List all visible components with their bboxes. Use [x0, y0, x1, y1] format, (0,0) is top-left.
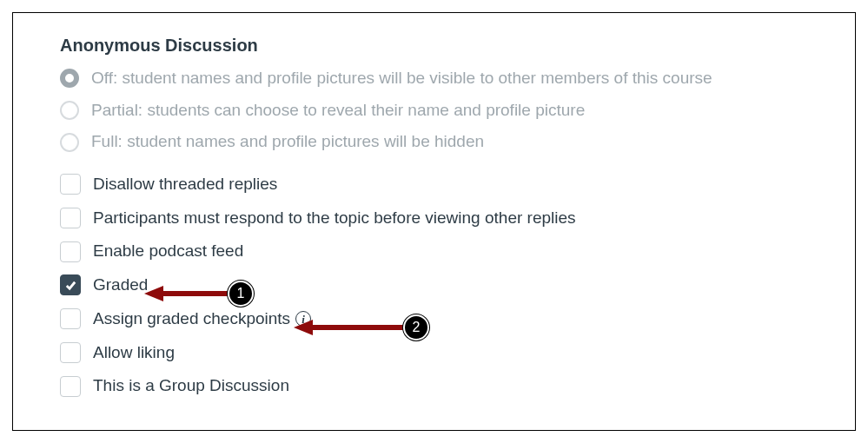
- radio-selected-icon: [60, 69, 79, 88]
- radio-unselected-icon: [60, 101, 79, 120]
- checkbox-assign-checkpoints[interactable]: Assign graded checkpoints i: [60, 308, 824, 330]
- checkbox-unchecked-icon: [60, 376, 81, 397]
- check-icon: [64, 279, 77, 292]
- checkbox-unchecked-icon: [60, 308, 81, 329]
- radio-label: Full: student names and profile pictures…: [91, 131, 484, 153]
- checkbox-label: Graded: [93, 274, 148, 296]
- screenshot-frame: { "section_title": "Anonymous Discussion…: [0, 0, 868, 443]
- checkbox-unchecked-icon: [60, 208, 81, 228]
- checkbox-label: Allow liking: [93, 342, 175, 364]
- checkbox-podcast[interactable]: Enable podcast feed: [60, 241, 824, 262]
- checkbox-disallow-threaded[interactable]: Disallow threaded replies: [60, 174, 824, 195]
- checkbox-label-text: Assign graded checkpoints: [93, 308, 290, 330]
- radio-option-partial[interactable]: Partial: students can choose to reveal t…: [60, 100, 824, 122]
- checkbox-unchecked-icon: [60, 241, 81, 262]
- checkbox-label: Enable podcast feed: [93, 241, 243, 262]
- radio-label: Partial: students can choose to reveal t…: [91, 100, 585, 122]
- checkbox-graded[interactable]: Graded: [60, 274, 824, 296]
- checkbox-unchecked-icon: [60, 342, 81, 363]
- checkbox-must-respond[interactable]: Participants must respond to the topic b…: [60, 208, 824, 229]
- radio-unselected-icon: [60, 133, 79, 152]
- checkbox-label: Disallow threaded replies: [93, 174, 277, 195]
- checkbox-label: Participants must respond to the topic b…: [93, 208, 576, 229]
- checkbox-group-discussion[interactable]: This is a Group Discussion: [60, 375, 824, 397]
- info-icon[interactable]: i: [295, 311, 311, 327]
- checkbox-unchecked-icon: [60, 174, 81, 195]
- radio-option-off[interactable]: Off: student names and profile pictures …: [60, 68, 824, 89]
- radio-label: Off: student names and profile pictures …: [91, 68, 712, 89]
- anonymous-radio-group: Off: student names and profile pictures …: [60, 68, 824, 153]
- checkbox-label: Assign graded checkpoints i: [93, 308, 311, 330]
- discussion-options-group: Disallow threaded replies Participants m…: [60, 174, 824, 397]
- checkbox-checked-icon: [60, 274, 81, 295]
- radio-option-full[interactable]: Full: student names and profile pictures…: [60, 131, 824, 153]
- checkbox-allow-liking[interactable]: Allow liking: [60, 342, 824, 364]
- checkbox-label: This is a Group Discussion: [93, 375, 289, 397]
- anonymous-discussion-heading: Anonymous Discussion: [60, 36, 824, 56]
- settings-panel: Anonymous Discussion Off: student names …: [12, 12, 856, 431]
